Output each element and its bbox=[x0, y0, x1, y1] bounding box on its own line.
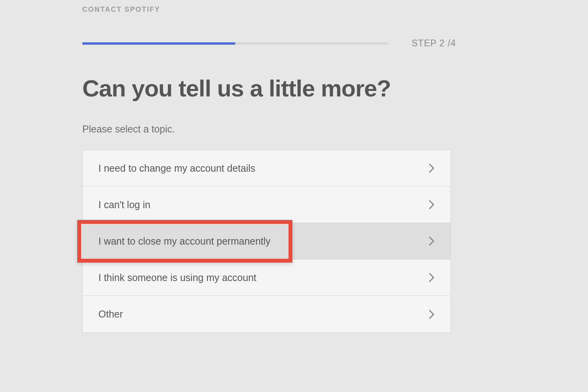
progress-bar bbox=[82, 42, 388, 45]
progress-row: STEP 2 /4 bbox=[82, 38, 451, 49]
topic-label: I want to close my account permanently bbox=[98, 236, 270, 247]
chevron-right-icon bbox=[428, 309, 435, 319]
topic-item[interactable]: I can't log in bbox=[83, 187, 450, 223]
topic-item[interactable]: I want to close my account permanently bbox=[83, 223, 450, 260]
topic-label: Other bbox=[98, 309, 123, 320]
topic-item[interactable]: I need to change my account details bbox=[83, 150, 450, 187]
topic-list: I need to change my account detailsI can… bbox=[82, 150, 451, 333]
step-label: STEP 2 /4 bbox=[412, 38, 456, 49]
breadcrumb: CONTACT SPOTIFY bbox=[82, 5, 451, 14]
page-subheading: Please select a topic. bbox=[82, 123, 451, 135]
chevron-right-icon bbox=[428, 200, 435, 210]
topic-item[interactable]: Other bbox=[83, 296, 450, 332]
page-heading: Can you tell us a little more? bbox=[82, 76, 451, 101]
topic-item[interactable]: I think someone is using my account bbox=[83, 260, 450, 296]
progress-fill bbox=[82, 42, 235, 45]
topic-label: I can't log in bbox=[98, 199, 151, 211]
chevron-right-icon bbox=[428, 163, 435, 173]
topic-label: I need to change my account details bbox=[98, 163, 255, 174]
topic-label: I think someone is using my account bbox=[98, 272, 256, 283]
chevron-right-icon bbox=[428, 272, 435, 283]
chevron-right-icon bbox=[428, 236, 435, 246]
